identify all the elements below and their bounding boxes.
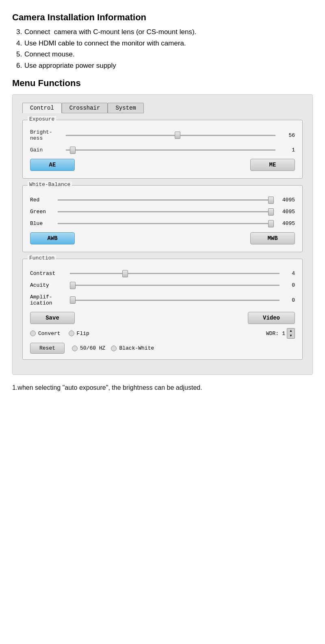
save-button[interactable]: Save bbox=[30, 312, 75, 324]
wdr-up-button[interactable]: ▲ bbox=[287, 328, 295, 333]
blue-slider[interactable] bbox=[58, 223, 274, 224]
red-slider[interactable] bbox=[58, 199, 274, 201]
amplification-slider[interactable] bbox=[70, 300, 280, 301]
brightness-label: Bright-ness bbox=[30, 129, 63, 141]
gain-label: Gain bbox=[30, 147, 63, 153]
wdr-value: 1 bbox=[282, 331, 285, 337]
ae-button[interactable]: AE bbox=[30, 159, 75, 171]
video-button[interactable]: Video bbox=[248, 312, 295, 324]
amplification-row: Amplif-ication 0 bbox=[30, 294, 295, 306]
page-title: Camera Installation Information bbox=[12, 12, 313, 23]
install-step-4: 4. Use HDMI cable to connect the monitor… bbox=[12, 38, 313, 49]
exposure-section-title: Exposure bbox=[28, 116, 56, 122]
gain-value: 1 bbox=[279, 147, 295, 153]
convert-label: Convert bbox=[38, 331, 61, 337]
green-value: 4095 bbox=[277, 209, 295, 215]
white-balance-section: White-Balance Red 4095 Green 4095 Blue 4… bbox=[22, 185, 303, 252]
exposure-section: Exposure Bright-ness 56 Gain 1 AE ME bbox=[22, 120, 303, 179]
green-label: Green bbox=[30, 209, 54, 215]
wdr-label: WDR: bbox=[266, 331, 279, 337]
amplification-value: 0 bbox=[283, 297, 295, 303]
acuity-label: Acuity bbox=[30, 282, 67, 288]
gain-row: Gain 1 bbox=[30, 147, 295, 153]
convert-radio-circle bbox=[30, 331, 36, 336]
tab-bar: Control Crosshair System bbox=[22, 103, 303, 113]
me-button[interactable]: ME bbox=[250, 159, 295, 171]
bw-label: Black-White bbox=[119, 345, 154, 351]
hz-radio-circle bbox=[72, 346, 78, 351]
gain-slider[interactable] bbox=[66, 149, 275, 151]
install-step-6: 6. Use appropriate power supply bbox=[12, 61, 313, 71]
install-steps-list: 3. Connect camera with C-mount lens (or … bbox=[12, 27, 313, 71]
red-row: Red 4095 bbox=[30, 197, 295, 203]
function-section-title: Function bbox=[28, 255, 56, 261]
acuity-slider[interactable] bbox=[70, 285, 280, 286]
hz-radio[interactable]: 50/60 HZ bbox=[72, 345, 105, 351]
awb-mwb-row: AWB MWB bbox=[30, 232, 295, 244]
bw-radio-circle bbox=[111, 346, 117, 351]
amplification-label: Amplif-ication bbox=[30, 294, 67, 306]
convert-radio[interactable]: Convert bbox=[30, 331, 61, 337]
reset-hz-bw-row: Reset 50/60 HZ Black-White bbox=[30, 343, 295, 354]
green-row: Green 4095 bbox=[30, 209, 295, 215]
contrast-value: 4 bbox=[283, 270, 295, 277]
bw-radio[interactable]: Black-White bbox=[111, 345, 154, 351]
wdr-spinner[interactable]: ▲ ▼ bbox=[287, 328, 295, 339]
acuity-value: 0 bbox=[283, 282, 295, 288]
red-value: 4095 bbox=[277, 197, 295, 203]
tab-crosshair[interactable]: Crosshair bbox=[62, 103, 108, 113]
install-step-3: 3. Connect camera with C-mount lens (or … bbox=[12, 27, 313, 37]
red-label: Red bbox=[30, 197, 54, 203]
convert-flip-wdr-row: Convert Flip WDR: 1 ▲ ▼ bbox=[30, 328, 295, 339]
blue-row: Blue 4095 bbox=[30, 220, 295, 227]
contrast-row: Contrast 4 bbox=[30, 270, 295, 277]
install-step-5: 5. Connect mouse. bbox=[12, 49, 313, 60]
function-section: Function Contrast 4 Acuity 0 Amplif-icat… bbox=[22, 259, 303, 360]
flip-radio[interactable]: Flip bbox=[69, 331, 89, 337]
flip-radio-circle bbox=[69, 331, 74, 336]
contrast-label: Contrast bbox=[30, 270, 67, 277]
reset-button[interactable]: Reset bbox=[30, 343, 65, 354]
save-video-row: Save Video bbox=[30, 312, 295, 324]
tab-control[interactable]: Control bbox=[22, 103, 62, 113]
bottom-note: 1.when selecting "auto exposure", the br… bbox=[12, 383, 313, 393]
brightness-value: 56 bbox=[279, 132, 295, 138]
menu-functions-title: Menu Functions bbox=[12, 78, 313, 89]
brightness-row: Bright-ness 56 bbox=[30, 129, 295, 141]
camera-panel: Control Crosshair System Exposure Bright… bbox=[12, 94, 313, 375]
contrast-slider[interactable] bbox=[70, 273, 280, 274]
brightness-slider[interactable] bbox=[66, 135, 275, 136]
blue-label: Blue bbox=[30, 220, 54, 227]
hz-label: 50/60 HZ bbox=[80, 345, 105, 351]
green-slider[interactable] bbox=[58, 211, 274, 212]
awb-button[interactable]: AWB bbox=[30, 232, 75, 244]
mwb-button[interactable]: MWB bbox=[250, 232, 295, 244]
wb-section-title: White-Balance bbox=[28, 182, 72, 188]
flip-label: Flip bbox=[77, 331, 89, 337]
blue-value: 4095 bbox=[277, 220, 295, 227]
wdr-group: WDR: 1 ▲ ▼ bbox=[266, 328, 295, 339]
wdr-down-button[interactable]: ▼ bbox=[287, 333, 295, 338]
acuity-row: Acuity 0 bbox=[30, 282, 295, 288]
ae-me-row: AE ME bbox=[30, 159, 295, 171]
tab-system[interactable]: System bbox=[108, 103, 143, 113]
